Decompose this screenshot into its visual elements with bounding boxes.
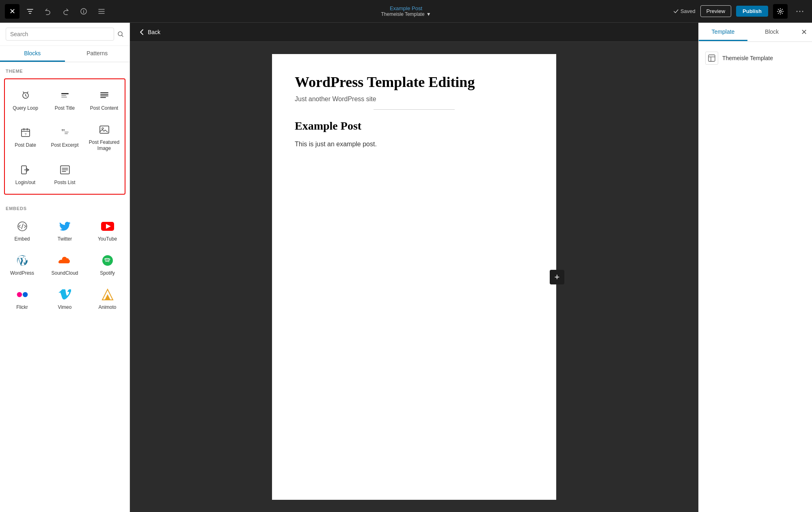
block-login-out[interactable]: Login/out	[6, 158, 44, 190]
block-soundcloud[interactable]: SoundCloud	[44, 248, 85, 281]
svg-point-28	[22, 292, 27, 297]
svg-point-2	[797, 11, 798, 12]
more-options-button[interactable]	[793, 4, 807, 19]
topbar: ✕ Example Post Themeisle Template ▼ Save…	[0, 0, 812, 23]
svg-text:": "	[61, 127, 65, 137]
svg-point-1	[780, 10, 782, 12]
embeds-grid: Embed Twitter YouTube	[2, 214, 128, 315]
post-subtitle[interactable]: Themeisle Template ▼	[381, 11, 431, 17]
undo-button[interactable]	[41, 4, 55, 19]
embed-label: Embed	[14, 236, 30, 243]
canvas-area: Back WordPress Template Editing Just ano…	[130, 23, 698, 512]
post-content-icon	[98, 89, 111, 102]
blocks-list: THEME Query Loop Pos	[0, 62, 130, 512]
twitter-icon	[58, 220, 71, 233]
block-post-excerpt[interactable]: " Post Excerpt	[46, 117, 84, 156]
right-panel-close-button[interactable]: ✕	[796, 23, 812, 41]
block-post-featured-image[interactable]: Post Featured Image	[85, 117, 123, 156]
site-tagline: Just another WordPress site	[295, 95, 533, 103]
block-vimeo[interactable]: Vimeo	[44, 282, 85, 315]
youtube-icon	[101, 220, 114, 233]
settings-button[interactable]	[773, 4, 788, 19]
svg-point-3	[799, 11, 801, 12]
list-view-button[interactable]	[94, 4, 109, 19]
soundcloud-icon	[58, 254, 71, 267]
svg-rect-11	[100, 95, 108, 96]
vimeo-label: Vimeo	[58, 304, 72, 311]
block-posts-list[interactable]: Posts List	[46, 158, 84, 190]
wordpress-label: WordPress	[10, 270, 34, 277]
search-icon-button[interactable]	[117, 31, 124, 37]
tab-patterns[interactable]: Patterns	[65, 46, 130, 62]
block-wordpress[interactable]: WordPress	[2, 248, 43, 281]
wordpress-icon	[16, 254, 29, 267]
preview-button[interactable]: Preview	[700, 5, 731, 17]
block-query-loop[interactable]: Query Loop	[6, 83, 44, 116]
back-button[interactable]: Back	[138, 28, 160, 36]
vimeo-icon	[58, 288, 71, 301]
right-tabs-row: Template Block ✕	[699, 23, 812, 42]
theme-section: Query Loop Post Title Post	[4, 78, 125, 195]
post-excerpt-label: Post Excerpt	[51, 142, 78, 149]
tab-blocks[interactable]: Blocks	[0, 46, 65, 62]
svg-rect-17	[65, 133, 68, 134]
block-post-date[interactable]: ? Post Date	[6, 117, 44, 156]
topbar-left: ✕	[5, 4, 109, 19]
svg-text:?: ?	[24, 132, 26, 136]
twitter-label: Twitter	[58, 236, 72, 243]
flickr-icon	[16, 288, 29, 301]
query-loop-icon	[19, 89, 32, 102]
block-spotify[interactable]: Spotify	[87, 248, 128, 281]
block-youtube[interactable]: YouTube	[87, 214, 128, 247]
theme-section-label: THEME	[0, 62, 130, 77]
tabs-row: Blocks Patterns	[0, 46, 130, 62]
block-animoto[interactable]: Animoto	[87, 282, 128, 315]
login-out-icon	[19, 163, 32, 176]
canvas-header: Back	[130, 23, 698, 42]
tools-button[interactable]	[23, 4, 37, 19]
template-icon	[705, 52, 718, 65]
close-editor-button[interactable]: ✕	[5, 4, 19, 19]
login-out-label: Login/out	[15, 180, 35, 186]
svg-point-4	[802, 11, 803, 12]
post-featured-image-label: Post Featured Image	[88, 139, 121, 152]
svg-rect-7	[61, 95, 66, 96]
tab-template[interactable]: Template	[699, 24, 747, 41]
back-label: Back	[148, 29, 160, 35]
svg-point-19	[102, 128, 104, 129]
block-twitter[interactable]: Twitter	[44, 214, 85, 247]
right-panel: Template Block ✕ Themeisle Template	[698, 23, 812, 512]
block-flickr[interactable]: Flickr	[2, 282, 43, 315]
page-divider	[374, 109, 455, 110]
spotify-label: Spotify	[100, 270, 115, 277]
svg-rect-31	[708, 55, 715, 61]
topbar-center: Example Post Themeisle Template ▼	[381, 5, 431, 17]
info-button[interactable]	[76, 4, 91, 19]
publish-button[interactable]: Publish	[736, 6, 768, 17]
embeds-section: Embed Twitter YouTube	[0, 214, 130, 315]
add-block-button[interactable]: +	[550, 270, 564, 284]
animoto-label: Animoto	[98, 304, 116, 311]
tab-block[interactable]: Block	[747, 24, 796, 41]
block-post-content[interactable]: Post Content	[85, 83, 123, 116]
right-panel-content: Themeisle Template	[699, 42, 812, 74]
left-panel: Blocks Patterns THEME Query Loop	[0, 23, 130, 512]
theme-blocks-grid: Query Loop Post Title Post	[6, 83, 123, 190]
svg-rect-6	[61, 93, 69, 94]
animoto-icon	[101, 288, 114, 301]
redo-button[interactable]	[58, 4, 73, 19]
saved-status: Saved	[673, 8, 695, 14]
youtube-label: YouTube	[98, 236, 117, 243]
template-item: Themeisle Template	[705, 48, 806, 68]
post-title-link[interactable]: Example Post	[381, 5, 431, 11]
block-embed[interactable]: Embed	[2, 214, 43, 247]
search-input[interactable]	[6, 28, 114, 41]
site-title: WordPress Template Editing	[295, 74, 533, 91]
post-date-label: Post Date	[15, 142, 36, 149]
post-content-label: Post Content	[90, 105, 118, 112]
post-title-label: Post Title	[55, 105, 75, 112]
posts-list-icon	[58, 163, 71, 176]
canvas-scroll: WordPress Template Editing Just another …	[130, 42, 698, 512]
block-post-title[interactable]: Post Title	[46, 83, 84, 116]
flickr-label: Flickr	[16, 304, 28, 311]
